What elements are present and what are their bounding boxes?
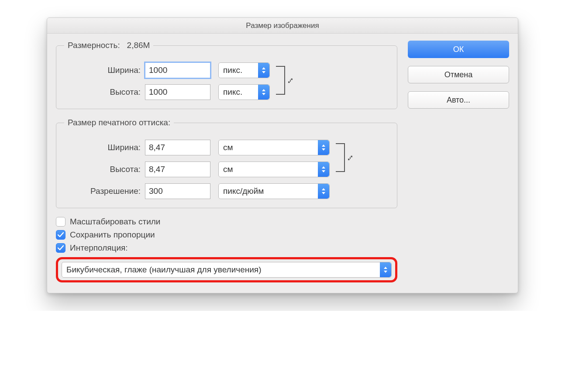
scale-styles-label: Масштабировать стили bbox=[70, 217, 160, 227]
updown-icon bbox=[380, 262, 391, 277]
ok-button[interactable]: ОК bbox=[408, 41, 509, 58]
print-height-input[interactable] bbox=[145, 162, 210, 177]
print-size-group: Размер печатного оттиска: Ширина: см bbox=[56, 118, 397, 208]
highlight-annotation: Бикубическая, глаже (наилучшая для увели… bbox=[56, 257, 397, 282]
updown-icon bbox=[258, 63, 269, 78]
pixel-height-label: Высота: bbox=[64, 87, 145, 97]
resolution-label: Разрешение: bbox=[64, 186, 145, 196]
print-height-unit-text: см bbox=[219, 165, 318, 174]
constrain-proportions-checkbox[interactable] bbox=[56, 230, 65, 240]
resolution-unit-select[interactable]: пикс/дюйм bbox=[218, 183, 330, 199]
print-size-legend: Размер печатного оттиска: bbox=[64, 118, 174, 127]
dialog-title: Размер изображения bbox=[47, 18, 518, 34]
constrain-link-icon: ⑇ bbox=[335, 138, 357, 177]
pixel-height-unit-text: пикс. bbox=[219, 87, 258, 97]
pixel-width-input[interactable] bbox=[145, 62, 210, 78]
pixel-width-unit-text: пикс. bbox=[219, 65, 258, 75]
constrain-link-icon: ⑇ bbox=[275, 61, 297, 100]
print-height-unit-select[interactable]: см bbox=[218, 162, 330, 177]
updown-icon bbox=[318, 140, 329, 155]
pixel-width-label: Ширина: bbox=[64, 65, 145, 75]
print-width-unit-text: см bbox=[219, 143, 318, 152]
updown-icon bbox=[318, 162, 329, 177]
print-width-label: Ширина: bbox=[64, 143, 145, 152]
svg-text:⑇: ⑇ bbox=[288, 76, 293, 85]
pixel-width-unit-select[interactable]: пикс. bbox=[218, 62, 270, 78]
interpolation-value-text: Бикубическая, глаже (наилучшая для увели… bbox=[62, 265, 380, 275]
auto-button[interactable]: Авто... bbox=[408, 91, 509, 109]
pixel-height-unit-select[interactable]: пикс. bbox=[218, 84, 270, 100]
resolution-unit-text: пикс/дюйм bbox=[219, 186, 318, 196]
interpolation-checkbox[interactable] bbox=[56, 243, 65, 253]
resolution-input[interactable] bbox=[145, 183, 210, 199]
print-height-label: Высота: bbox=[64, 165, 145, 174]
pixel-dimensions-group: Размерность: 2,86M Ширина: пикс. bbox=[56, 41, 397, 109]
dimensions-legend-text: Размерность: bbox=[68, 41, 120, 50]
scale-styles-checkbox[interactable] bbox=[56, 217, 65, 227]
print-width-input[interactable] bbox=[145, 140, 210, 155]
updown-icon bbox=[258, 85, 269, 100]
svg-text:⑇: ⑇ bbox=[348, 154, 352, 162]
interpolation-label: Интерполяция: bbox=[70, 243, 128, 253]
interpolation-select[interactable]: Бикубическая, глаже (наилучшая для увели… bbox=[62, 262, 392, 278]
print-width-unit-select[interactable]: см bbox=[218, 140, 330, 155]
constrain-proportions-label: Сохранить пропорции bbox=[70, 230, 155, 240]
cancel-button[interactable]: Отмена bbox=[408, 66, 509, 83]
image-size-dialog: Размер изображения Размерность: 2,86M Ши… bbox=[47, 17, 518, 293]
updown-icon bbox=[318, 184, 329, 199]
dimensions-size-text: 2,86M bbox=[127, 41, 150, 50]
pixel-dimensions-legend: Размерность: 2,86M bbox=[64, 41, 153, 50]
pixel-height-input[interactable] bbox=[145, 84, 210, 100]
